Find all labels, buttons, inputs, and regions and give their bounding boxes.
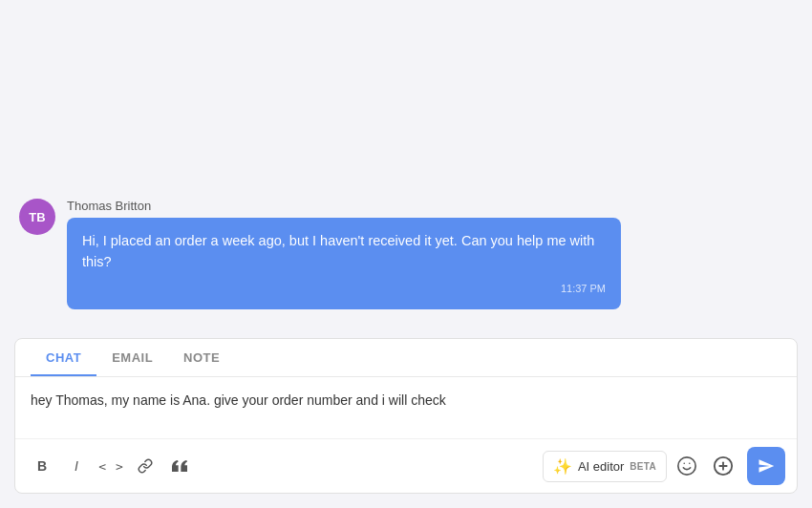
composer-input[interactable]: hey Thomas, my name is Ana. give your or… [31,391,781,429]
emoji-button[interactable] [671,450,703,482]
code-button[interactable]: < > [96,451,126,481]
code-icon: < > [98,459,122,474]
tabs-bar: CHAT EMAIL NOTE [15,339,797,377]
message-content: Thomas Britton Hi, I placed an order a w… [67,199,621,309]
italic-button[interactable]: I [61,451,92,481]
avatar: TB [19,199,55,235]
send-icon [758,457,775,475]
add-button[interactable] [707,450,739,482]
message-bubble: Hi, I placed an order a week ago, but I … [67,218,621,309]
ai-editor-label: AI editor [578,459,624,474]
message-block: TB Thomas Britton Hi, I placed an order … [19,199,793,309]
link-button[interactable] [130,451,160,481]
emoji-icon [676,455,697,476]
plus-icon [713,455,734,476]
tab-chat[interactable]: CHAT [31,339,96,376]
composer-toolbar: B I < > ✨ AI editor BETA [15,438,797,493]
composer-body[interactable]: hey Thomas, my name is Ana. give your or… [15,377,797,438]
link-icon [138,458,153,474]
sender-name: Thomas Britton [67,199,621,213]
beta-badge: BETA [630,461,656,472]
quote-button[interactable] [164,451,195,481]
chat-area: TB Thomas Britton Hi, I placed an order … [0,0,812,338]
message-text: Hi, I placed an order a week ago, but I … [82,233,594,269]
ai-sparkle-icon: ✨ [553,457,572,476]
send-button[interactable] [747,447,785,485]
svg-point-0 [678,457,695,475]
tab-note[interactable]: NOTE [168,339,235,376]
tab-email[interactable]: EMAIL [96,339,168,376]
quote-icon [172,458,187,474]
message-timestamp: 11:37 PM [82,281,606,297]
ai-editor-button[interactable]: ✨ AI editor BETA [543,451,667,482]
bold-button[interactable]: B [27,451,57,481]
composer-panel: CHAT EMAIL NOTE hey Thomas, my name is A… [14,338,798,494]
